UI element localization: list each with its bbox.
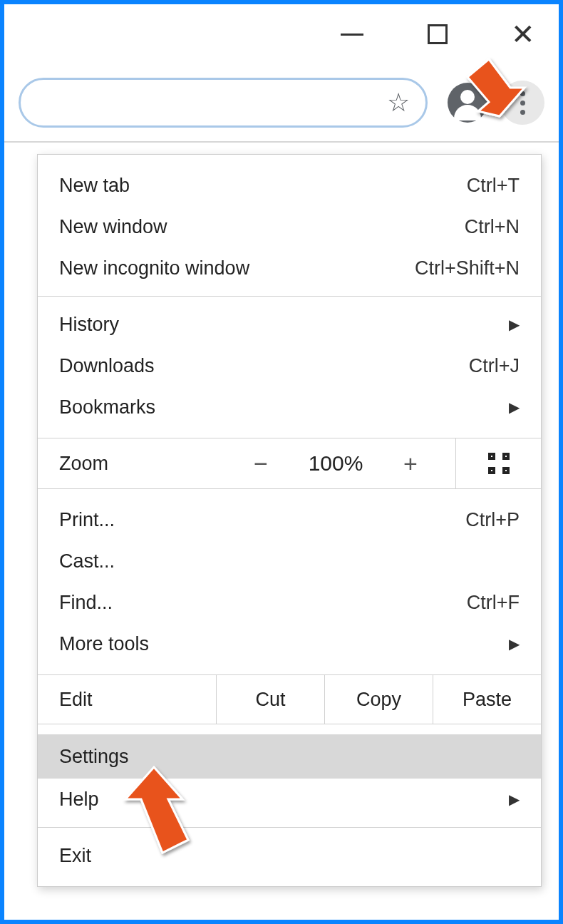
menu-shortcut: Ctrl+T	[467, 175, 520, 197]
menu-item-settings[interactable]: Settings	[38, 734, 541, 779]
menu-label: New window	[59, 216, 167, 238]
bookmark-star-icon[interactable]: ☆	[387, 88, 410, 118]
menu-label: Help	[59, 789, 99, 811]
menu-label: Bookmarks	[59, 396, 155, 419]
fullscreen-icon	[488, 453, 510, 474]
zoom-label: Zoom	[38, 453, 216, 475]
dot-icon	[520, 110, 525, 115]
menu-label: Cast...	[59, 550, 115, 573]
menu-separator	[38, 296, 541, 297]
menu-item-help[interactable]: Help ▶	[38, 779, 541, 820]
menu-label: New incognito window	[59, 257, 249, 279]
menu-separator	[38, 827, 541, 828]
menu-label: Exit	[59, 845, 91, 867]
zoom-in-button[interactable]: +	[396, 450, 425, 478]
menu-label: Settings	[59, 746, 129, 768]
menu-item-more-tools[interactable]: More tools ▶	[38, 623, 541, 664]
menu-label: History	[59, 314, 119, 336]
menu-label: Find...	[59, 592, 113, 614]
zoom-out-button[interactable]: −	[247, 450, 275, 478]
dot-icon	[520, 91, 525, 96]
titlebar: ✕	[4, 4, 559, 64]
menu-label: Downloads	[59, 355, 155, 377]
close-button[interactable]: ✕	[502, 13, 544, 56]
edit-label: Edit	[38, 675, 216, 724]
menu-item-history[interactable]: History ▶	[38, 304, 541, 345]
fullscreen-button[interactable]	[455, 438, 541, 488]
menu-item-downloads[interactable]: Downloads Ctrl+J	[38, 345, 541, 386]
cut-button[interactable]: Cut	[216, 675, 324, 724]
menu-shortcut: Ctrl+F	[467, 592, 520, 614]
browser-window: ✕ ☆ PC risk.com New tab Ctrl+T New windo…	[0, 0, 563, 924]
menu-item-new-incognito[interactable]: New incognito window Ctrl+Shift+N	[38, 247, 541, 289]
menu-item-print[interactable]: Print... Ctrl+P	[38, 499, 541, 540]
browser-toolbar: ☆	[4, 64, 559, 143]
submenu-arrow-icon: ▶	[509, 316, 520, 333]
menu-shortcut: Ctrl+N	[465, 216, 520, 238]
maximize-icon	[428, 24, 448, 44]
minimize-icon	[341, 34, 363, 36]
close-icon: ✕	[511, 20, 535, 48]
menu-label: Print...	[59, 509, 115, 531]
menu-shortcut: Ctrl+Shift+N	[415, 257, 520, 279]
menu-item-new-tab[interactable]: New tab Ctrl+T	[38, 165, 541, 206]
submenu-arrow-icon: ▶	[509, 399, 520, 416]
menu-shortcut: Ctrl+P	[465, 509, 520, 531]
menu-item-bookmarks[interactable]: Bookmarks ▶	[38, 386, 541, 428]
copy-button[interactable]: Copy	[324, 675, 433, 724]
menu-shortcut: Ctrl+J	[469, 355, 520, 377]
dot-icon	[520, 101, 525, 106]
submenu-arrow-icon: ▶	[509, 791, 520, 808]
menu-zoom-row: Zoom − 100% +	[38, 438, 541, 489]
menu-label: More tools	[59, 633, 149, 655]
zoom-controls: − 100% +	[216, 450, 455, 478]
menu-item-find[interactable]: Find... Ctrl+F	[38, 582, 541, 623]
address-bar[interactable]: ☆	[19, 78, 428, 128]
profile-button[interactable]	[448, 83, 487, 123]
kebab-menu-button[interactable]	[500, 81, 544, 125]
menu-item-exit[interactable]: Exit	[38, 835, 541, 876]
minimize-button[interactable]	[331, 13, 373, 56]
submenu-arrow-icon: ▶	[509, 635, 520, 652]
paste-button[interactable]: Paste	[433, 675, 541, 724]
menu-item-new-window[interactable]: New window Ctrl+N	[38, 206, 541, 247]
zoom-value: 100%	[304, 451, 368, 476]
menu-edit-row: Edit Cut Copy Paste	[38, 674, 541, 724]
menu-item-cast[interactable]: Cast...	[38, 540, 541, 582]
maximize-button[interactable]	[416, 13, 459, 56]
menu-label: New tab	[59, 175, 130, 197]
chrome-main-menu: New tab Ctrl+T New window Ctrl+N New inc…	[37, 154, 542, 887]
